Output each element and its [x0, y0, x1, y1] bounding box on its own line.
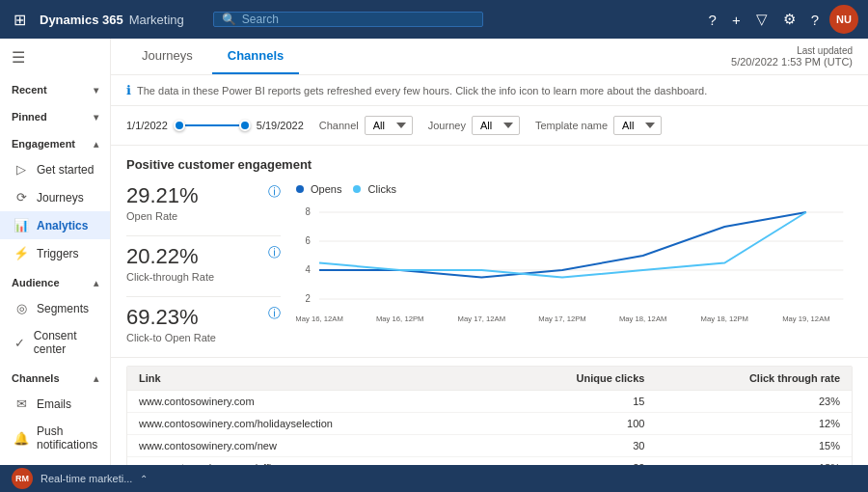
- chart-legend: Opens Clicks: [296, 183, 853, 195]
- col-link: Link: [127, 367, 500, 391]
- triggers-icon: ⚡: [14, 246, 29, 260]
- analytics-icon: 📊: [14, 218, 29, 232]
- journey-select[interactable]: All: [472, 116, 520, 135]
- metric-open-rate-label: Open Rate: [126, 210, 281, 222]
- app-logo: Dynamics 365 Marketing: [40, 13, 184, 27]
- sidebar-item-get-started-label: Get started: [37, 163, 94, 177]
- cell-link: www.contosowinery.com/holidayselection: [127, 413, 500, 435]
- engagement-chart: 8 6 4 2: [296, 201, 853, 326]
- tab-channels[interactable]: Channels: [212, 39, 300, 74]
- sidebar-item-consent[interactable]: ✓ Consent center: [0, 322, 110, 363]
- last-updated-value: 5/20/2022 1:53 PM (UTC): [731, 56, 853, 68]
- metric-ctor-info[interactable]: ⓘ: [268, 305, 281, 322]
- chevron-engagement: ▴: [94, 139, 98, 150]
- hamburger-button[interactable]: ☰: [0, 39, 110, 76]
- sidebar-item-get-started[interactable]: ▷ Get started: [0, 155, 110, 183]
- engagement-layout: 29.21% ⓘ Open Rate 20.22% ⓘ Click-throug…: [126, 183, 853, 357]
- metric-open-rate-info[interactable]: ⓘ: [268, 183, 281, 201]
- sidebar-item-segments-label: Segments: [37, 302, 89, 315]
- sidebar-group-engagement[interactable]: Engagement ▴: [0, 132, 110, 155]
- svg-text:May 19, 12AM: May 19, 12AM: [782, 314, 829, 323]
- cell-unique-clicks: 15: [500, 391, 657, 413]
- svg-text:May 17, 12AM: May 17, 12AM: [458, 314, 505, 323]
- sidebar-item-consent-label: Consent center: [34, 329, 96, 356]
- svg-text:May 16, 12AM: May 16, 12AM: [296, 314, 343, 323]
- sidebar-group-engagement-label: Engagement: [12, 138, 75, 150]
- cell-unique-clicks: 30: [500, 435, 657, 457]
- app-title: Dynamics 365: [40, 13, 123, 27]
- sidebar-item-emails[interactable]: ✉ Emails: [0, 390, 110, 418]
- sidebar-group-channels-label: Channels: [12, 372, 60, 384]
- status-avatar: RM: [12, 468, 33, 489]
- metric-ctor-label: Click-to Open Rate: [126, 332, 281, 343]
- legend-opens: Opens: [296, 183, 341, 195]
- channel-label: Channel: [319, 120, 359, 131]
- sidebar-item-segments[interactable]: ◎ Segments: [0, 294, 110, 322]
- tab-journeys[interactable]: Journeys: [126, 39, 208, 74]
- nav-icons: ? + ▽ ⚙ ? NU: [704, 5, 858, 34]
- legend-clicks-dot: [353, 185, 361, 193]
- sidebar-group-audience[interactable]: Audience ▴: [0, 271, 110, 294]
- svg-text:2: 2: [306, 293, 311, 304]
- add-icon[interactable]: +: [727, 7, 746, 33]
- col-unique-clicks: Unique clicks: [500, 367, 657, 391]
- template-select[interactable]: All: [613, 116, 662, 135]
- template-filter: Template name All: [535, 116, 662, 135]
- search-bar: 🔍: [213, 12, 483, 27]
- filter-icon[interactable]: ▽: [751, 6, 773, 33]
- tabs-bar: Journeys Channels Last updated 5/20/2022…: [111, 39, 868, 75]
- journey-label: Journey: [428, 120, 466, 131]
- chart-panel: Opens Clicks 8 6 4 2: [296, 183, 853, 357]
- sidebar-group-recent[interactable]: Recent ▾: [0, 78, 110, 101]
- get-started-icon: ▷: [14, 162, 29, 177]
- info-bar: ℹ The data in these Power BI reports get…: [111, 75, 868, 106]
- table-row: www.contosowinery.com/new 30 15%: [127, 435, 852, 457]
- template-label: Template name: [535, 120, 608, 131]
- sidebar-item-triggers[interactable]: ⚡ Triggers: [0, 239, 110, 267]
- user-avatar[interactable]: NU: [829, 5, 858, 34]
- status-bar: RM Real-time marketi... ⌃: [0, 465, 868, 492]
- sidebar-item-push[interactable]: 🔔 Push notifications: [0, 418, 110, 458]
- sidebar-item-analytics[interactable]: 📊 Analytics: [0, 211, 110, 239]
- sidebar-item-journeys[interactable]: ⟳ Journeys: [0, 183, 110, 211]
- svg-text:4: 4: [306, 264, 312, 275]
- segments-icon: ◎: [14, 301, 29, 315]
- channel-select[interactable]: All: [365, 116, 413, 135]
- metric-ctr-info[interactable]: ⓘ: [268, 244, 281, 261]
- sidebar-section-recent: Recent ▾: [0, 76, 110, 103]
- engagement-section: Positive customer engagement 29.21% ⓘ Op…: [111, 146, 868, 358]
- cell-ctr: 23%: [656, 391, 852, 413]
- journeys-icon: ⟳: [14, 190, 29, 205]
- consent-icon: ✓: [14, 336, 26, 350]
- metric-ctor: 69.23% ⓘ Click-to Open Rate: [126, 305, 281, 343]
- last-updated: Last updated 5/20/2022 1:53 PM (UTC): [731, 40, 853, 73]
- date-slider[interactable]: [174, 120, 251, 131]
- sidebar-section-pinned: Pinned ▾: [0, 103, 110, 130]
- waffle-icon[interactable]: ⊞: [10, 7, 30, 33]
- settings-icon[interactable]: ⚙: [778, 6, 800, 33]
- search-icon: 🔍: [222, 13, 236, 26]
- date-range: 1/1/2022 5/19/2022: [126, 120, 304, 131]
- search-input[interactable]: [242, 13, 475, 26]
- sidebar-item-push-label: Push notifications: [37, 424, 97, 451]
- metric-ctor-value: 69.23%: [126, 305, 281, 330]
- help-icon[interactable]: ?: [704, 7, 721, 33]
- main-content: Journeys Channels Last updated 5/20/2022…: [111, 39, 868, 492]
- sidebar-section-audience: Audience ▴ ◎ Segments ✓ Consent center: [0, 269, 110, 365]
- question-icon[interactable]: ?: [806, 7, 824, 33]
- svg-text:May 18, 12PM: May 18, 12PM: [701, 314, 748, 323]
- status-expand-icon[interactable]: ⌃: [140, 474, 148, 484]
- date-from: 1/1/2022: [126, 120, 168, 131]
- sidebar-group-channels[interactable]: Channels ▴: [0, 367, 110, 390]
- cell-ctr: 12%: [656, 413, 852, 435]
- top-navigation: ⊞ Dynamics 365 Marketing 🔍 ? + ▽ ⚙ ? NU: [0, 0, 868, 39]
- info-icon: ℹ: [126, 83, 131, 97]
- svg-text:6: 6: [306, 235, 312, 246]
- sidebar-section-engagement: Engagement ▴ ▷ Get started ⟳ Journeys 📊 …: [0, 130, 110, 269]
- sidebar-group-pinned[interactable]: Pinned ▾: [0, 105, 110, 128]
- engagement-title: Positive customer engagement: [126, 157, 853, 172]
- svg-text:May 18, 12AM: May 18, 12AM: [619, 314, 666, 323]
- metric-ctr-value: 20.22%: [126, 244, 281, 269]
- table-row: www.contosowinery.com/holidayselection 1…: [127, 413, 852, 435]
- svg-text:8: 8: [306, 206, 312, 217]
